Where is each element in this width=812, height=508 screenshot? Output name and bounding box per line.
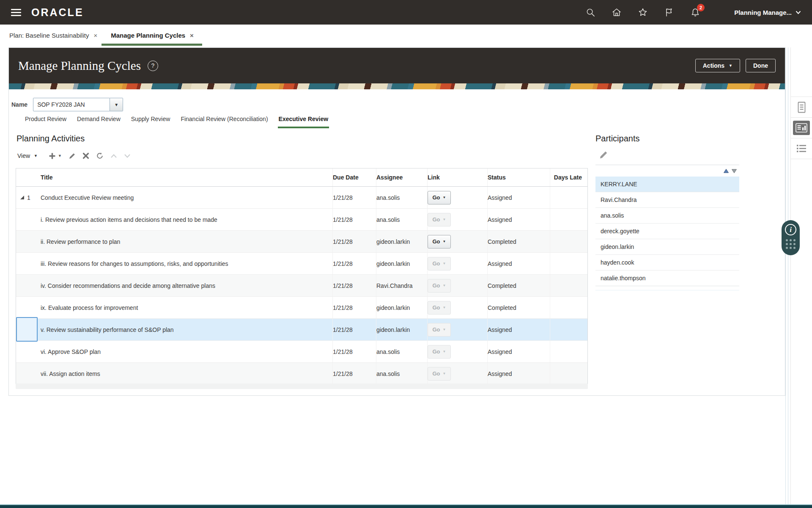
cycle-name-input[interactable]: [33, 98, 110, 111]
table-row[interactable]: iii. Review reasons for changes to assum…: [16, 253, 587, 275]
participants-panel: Participants KERRY.LANERavi.Chandraana.s…: [595, 134, 739, 290]
participant-item[interactable]: natalie.thompson: [595, 271, 739, 286]
page-view-icon: [797, 102, 806, 113]
window-tab[interactable]: Manage Planning Cycles×: [104, 25, 200, 46]
expanded-node-icon[interactable]: [20, 196, 24, 199]
go-button-label: Go: [433, 370, 440, 377]
go-button: Go▼: [428, 367, 451, 381]
page-view-button[interactable]: [791, 97, 812, 118]
review-tab[interactable]: Financial Review (Reconciliation): [180, 114, 269, 128]
table-row[interactable]: vii. Assign action items1/21/28ana.solis…: [16, 363, 587, 384]
panel-chart-view-button[interactable]: [791, 118, 812, 138]
go-button: Go▼: [428, 323, 451, 337]
link-cell: Go▼: [428, 297, 488, 318]
horizontal-scrollbar[interactable]: [16, 384, 588, 389]
participants-heading: Participants: [595, 134, 739, 144]
review-tab[interactable]: Supply Review: [130, 114, 171, 128]
help-widget[interactable]: i: [782, 220, 800, 255]
column-header: Assignee: [376, 168, 428, 186]
search-icon[interactable]: [585, 7, 595, 17]
home-icon[interactable]: [612, 7, 622, 17]
view-menu-button[interactable]: View ▼: [17, 152, 38, 159]
window-tab[interactable]: Plan: Baseline Sustainability×: [9, 25, 104, 46]
notifications-bell-icon[interactable]: 2: [690, 7, 700, 17]
review-tab[interactable]: Product Review: [24, 114, 67, 128]
window-tab-label: Manage Planning Cycles: [111, 32, 185, 39]
activity-title-cell: vi. Approve S&OP plan: [41, 341, 333, 362]
list-view-icon: [796, 144, 807, 153]
participant-item[interactable]: hayden.cook: [595, 255, 739, 271]
info-icon[interactable]: i: [785, 224, 796, 235]
link-cell: Go▼: [428, 187, 488, 208]
menu-icon[interactable]: [11, 9, 21, 16]
table-row[interactable]: v. Review sustainability performance of …: [16, 319, 587, 341]
add-button[interactable]: ▼: [49, 152, 62, 160]
context-switcher[interactable]: Planning Manage...: [734, 9, 801, 16]
refresh-button[interactable]: [96, 152, 104, 160]
edit-button[interactable]: [69, 152, 76, 160]
flag-icon[interactable]: [664, 7, 674, 17]
table-row[interactable]: vi. Approve S&OP plan1/21/28ana.solisGo▼…: [16, 341, 587, 363]
review-tab[interactable]: Executive Review: [278, 114, 329, 128]
participant-item[interactable]: Ravi.Chandra: [595, 192, 739, 208]
caret-down-icon: ▼: [443, 372, 446, 375]
actions-button[interactable]: Actions ▼: [695, 59, 740, 72]
panel-splitter[interactable]: [785, 47, 786, 505]
chevron-down-icon: [796, 11, 801, 14]
planning-activities-heading: Planning Activities: [16, 134, 85, 144]
participant-item[interactable]: gideon.larkin: [595, 239, 739, 255]
activity-title-cell: ix. Evaluate process for improvement: [41, 297, 333, 318]
participant-item[interactable]: KERRY.LANE: [595, 177, 739, 192]
days-late-cell: [550, 253, 587, 274]
help-icon[interactable]: ?: [148, 61, 158, 71]
caret-down-icon: ▼: [443, 196, 446, 199]
assignee-cell: ana.solis: [376, 209, 428, 230]
list-view-button[interactable]: [791, 138, 812, 159]
column-header: Status: [488, 168, 550, 186]
panel-chart-view-icon: [793, 121, 810, 135]
caret-down-icon: ▼: [443, 284, 446, 287]
activity-title-cell: ii. Review performance to plan: [41, 231, 333, 252]
row-gutter: [16, 275, 41, 296]
close-tab-icon[interactable]: ×: [190, 32, 194, 39]
table-row[interactable]: iv. Consider recommendations and decide …: [16, 275, 587, 297]
delete-button[interactable]: [82, 152, 89, 159]
row-gutter: [16, 297, 41, 318]
due-date-cell: 1/21/28: [333, 187, 376, 208]
due-date-cell: 1/21/28: [333, 231, 376, 252]
favorites-star-icon[interactable]: [638, 7, 648, 17]
sort-ascending-icon[interactable]: [723, 168, 730, 174]
combobox-dropdown-button[interactable]: ▼: [110, 98, 123, 111]
go-button[interactable]: Go▼: [428, 191, 451, 204]
right-view-rail: [790, 47, 812, 505]
assignee-cell: gideon.larkin: [376, 319, 428, 340]
done-button[interactable]: Done: [746, 59, 776, 72]
assignee-cell: ana.solis: [376, 187, 428, 208]
go-button[interactable]: Go▼: [428, 235, 451, 248]
row-gutter: [16, 253, 41, 274]
link-cell: Go▼: [428, 253, 488, 274]
row-number: 1: [27, 194, 30, 201]
oracle-logo: ORACLE: [31, 6, 84, 19]
close-tab-icon[interactable]: ×: [93, 32, 97, 39]
row-gutter: [16, 231, 41, 252]
view-menu-label: View: [17, 152, 30, 159]
participant-item[interactable]: ana.solis: [595, 208, 739, 224]
review-tab[interactable]: Demand Review: [76, 114, 121, 128]
go-button-label: Go: [433, 348, 440, 355]
app-grid-icon[interactable]: [786, 239, 796, 249]
assignee-cell: ana.solis: [376, 363, 428, 384]
status-cell: Assigned: [488, 187, 550, 208]
cycle-name-combobox: ▼: [33, 98, 123, 111]
sort-descending-icon[interactable]: [731, 168, 738, 174]
table-row[interactable]: ix. Evaluate process for improvement1/21…: [16, 297, 587, 319]
table-row[interactable]: ii. Review performance to plan1/21/28gid…: [16, 231, 587, 253]
status-cell: Completed: [488, 297, 550, 318]
status-cell: Assigned: [488, 341, 550, 362]
panel-splitter[interactable]: [788, 47, 788, 505]
table-row[interactable]: 1Conduct Executive Review meeting1/21/28…: [16, 187, 587, 209]
link-cell: Go▼: [428, 363, 488, 384]
table-row[interactable]: i. Review previous action items and deci…: [16, 209, 587, 231]
participant-item[interactable]: dereck.goyette: [595, 224, 739, 239]
edit-participants-button[interactable]: [599, 150, 608, 160]
